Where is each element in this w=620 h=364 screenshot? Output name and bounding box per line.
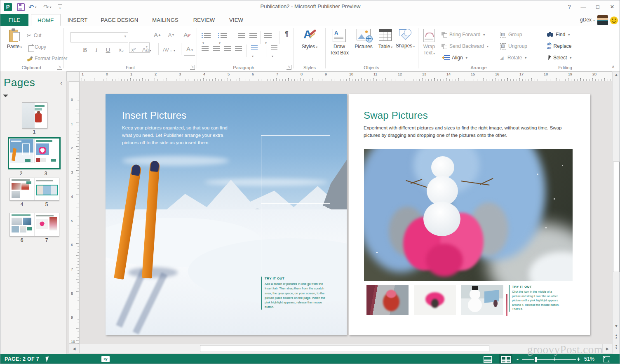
change-case-button[interactable]: Aa (141, 45, 153, 56)
swap-thumbnail-1[interactable] (366, 285, 409, 315)
maximize-button[interactable]: □ (592, 2, 604, 12)
wrap-text-button[interactable]: Wrap Text (420, 29, 438, 56)
swap-thumbnail-4-sliver[interactable] (506, 294, 507, 316)
font-dialog-launcher[interactable]: ↘ (190, 65, 195, 70)
object-position-icon[interactable]: xy (101, 356, 110, 362)
shading-button[interactable] (271, 45, 277, 59)
find-button[interactable]: Find (547, 30, 570, 40)
tab-review[interactable]: REVIEW (186, 14, 222, 26)
tab-mailings[interactable]: MAILINGS (146, 14, 184, 26)
canvas-left-page[interactable]: Insert Pictures Keep your pictures organ… (106, 94, 347, 335)
hscroll-left-arrow[interactable]: ◀ (69, 344, 80, 353)
help-button[interactable]: ? (564, 2, 575, 12)
pages-flyout-icon[interactable] (3, 92, 8, 97)
grow-font-button[interactable]: A▲ (152, 30, 163, 40)
collapse-ribbon-icon[interactable]: ∧ (612, 64, 615, 69)
vertical-ruler[interactable]: 012345678910 (69, 81, 80, 344)
horizontal-ruler[interactable]: 101234567891011121314151617181920 (80, 71, 612, 81)
user-account-menu[interactable]: gDex (580, 14, 595, 26)
tab-view[interactable]: VIEW (223, 14, 249, 26)
pictures-button[interactable]: Pictures (352, 29, 376, 50)
align-left-button[interactable] (202, 46, 209, 52)
draw-text-box-button[interactable]: Draw Text Box (329, 29, 350, 56)
right-page-tryout-textbox[interactable]: TRY IT OUT Click the icon in the middle … (509, 285, 560, 312)
vscroll-thumb[interactable] (613, 162, 620, 272)
special-characters-button[interactable]: ¶ (285, 31, 289, 38)
columns-button[interactable] (264, 33, 272, 46)
rotate-button[interactable]: Rotate (500, 53, 526, 63)
ungroup-button[interactable]: Ungroup (500, 41, 527, 51)
tab-file[interactable]: FILE (0, 14, 28, 26)
left-page-tryout-textbox[interactable]: TRY IT OUT Add a bunch of pictures in on… (261, 277, 331, 310)
decrease-indent-button[interactable] (238, 33, 245, 38)
paragraph-dialog-launcher[interactable]: ↘ (287, 65, 291, 70)
font-name-combobox[interactable] (70, 32, 128, 42)
paste-button[interactable]: Paste (5, 29, 23, 50)
cut-button[interactable]: Cut (27, 31, 41, 40)
shapes-button[interactable]: Shapes (395, 29, 415, 49)
right-page-body-text[interactable]: Experiment with different pictures and s… (364, 124, 572, 139)
user-avatar[interactable] (597, 15, 608, 25)
horizontal-scrollbar[interactable] (80, 344, 603, 353)
vscroll-down-arrow[interactable]: ▼ (613, 324, 620, 328)
customize-qat-button[interactable]: ⌄ (58, 2, 62, 12)
tab-insert[interactable]: INSERT (62, 14, 93, 26)
increase-indent-button[interactable] (249, 33, 257, 38)
page-thumbnail-6-7[interactable] (9, 213, 59, 237)
line-spacing-button[interactable] (251, 45, 258, 59)
vscroll-up-arrow[interactable]: ▲ (613, 73, 620, 77)
page-thumbnail-1[interactable] (22, 102, 47, 129)
tab-page-design[interactable]: PAGE DESIGN (94, 14, 145, 26)
align-button[interactable]: Align (442, 53, 467, 63)
underline-button[interactable]: U (103, 45, 113, 55)
two-page-spread-view-button[interactable] (499, 354, 512, 364)
undo-button[interactable]: ↶ (28, 2, 36, 12)
redo-button[interactable]: ↷ (43, 2, 51, 12)
page-indicator[interactable]: PAGE: 2 OF 7 (5, 356, 39, 362)
minimize-button[interactable]: — (578, 2, 589, 12)
styles-button[interactable]: Styles (298, 29, 321, 50)
zoom-slider-thumb[interactable] (534, 357, 537, 363)
clear-formatting-button[interactable]: A◤ (182, 30, 193, 41)
previous-page-button[interactable]: ▲▲ (613, 334, 620, 339)
zoom-level[interactable]: 51% (584, 356, 594, 362)
select-button[interactable]: Select (547, 53, 571, 63)
snowman-main-picture[interactable] (364, 149, 573, 281)
align-center-button[interactable] (213, 46, 220, 52)
bold-button[interactable]: B (80, 45, 90, 55)
copy-button[interactable]: Copy (27, 42, 46, 52)
hscroll-thumb[interactable] (200, 345, 489, 352)
save-button[interactable] (17, 2, 25, 12)
numbering-button[interactable] (218, 33, 227, 46)
picture-placeholder-1[interactable] (261, 135, 330, 204)
table-button[interactable]: Table (376, 29, 395, 50)
collapse-pages-panel-icon[interactable]: ‹ (60, 80, 62, 86)
shrink-font-button[interactable]: A▼ (166, 30, 177, 40)
group-button[interactable]: Group (500, 30, 522, 40)
swap-thumbnail-2[interactable] (414, 285, 456, 315)
page-thumbnail-4-5[interactable] (9, 178, 59, 201)
picture-placeholder-2[interactable] (261, 203, 330, 273)
character-spacing-button[interactable]: AV↔ (162, 45, 176, 56)
send-backward-button[interactable]: Send Backward (442, 41, 488, 51)
feedback-smiley-icon[interactable] (610, 16, 618, 24)
italic-button[interactable]: I (91, 45, 102, 55)
zoom-out-button[interactable]: - (517, 355, 519, 362)
tab-home[interactable]: HOME (31, 14, 61, 26)
canvas-right-page[interactable]: Swap Pictures Experiment with different … (349, 94, 590, 335)
justify-button[interactable] (235, 46, 242, 52)
next-page-button[interactable]: ▼▼ (613, 345, 620, 350)
superscript-button[interactable]: x² (128, 45, 139, 55)
vertical-scrollbar[interactable]: ▲ ▼ ▲▲ ▼▼ (612, 71, 620, 354)
left-page-body-text[interactable]: Keep your pictures organized, so that yo… (122, 124, 230, 146)
align-right-button[interactable] (224, 46, 231, 52)
right-page-heading[interactable]: Swap Pictures (364, 110, 428, 121)
single-page-view-button[interactable] (484, 356, 492, 363)
replace-button[interactable]: abacReplace (547, 41, 572, 51)
hscroll-right-arrow[interactable]: ▶ (603, 344, 612, 353)
zoom-slider[interactable] (522, 359, 576, 360)
page-thumbnail-2-3-selected[interactable] (8, 137, 61, 169)
subscript-button[interactable]: x₂ (116, 45, 127, 55)
clipboard-dialog-launcher[interactable]: ↘ (57, 65, 62, 70)
close-button[interactable]: ✕ (606, 2, 618, 12)
